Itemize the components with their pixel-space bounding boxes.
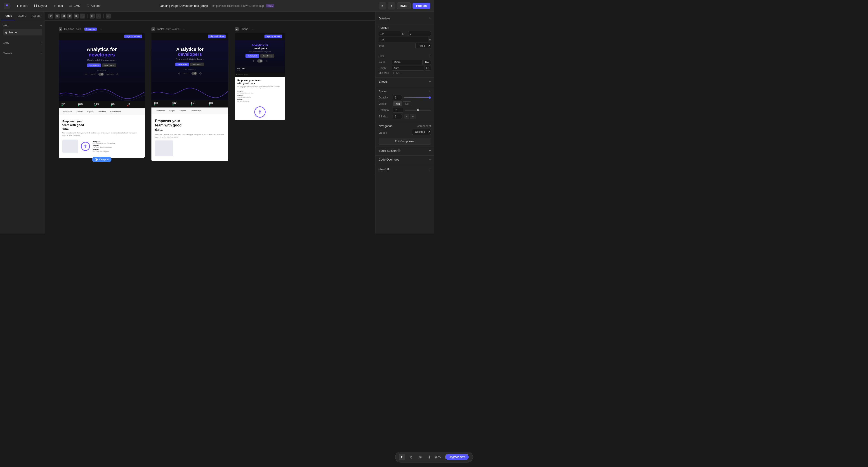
tablet-tab-graphs[interactable]: Graphs	[168, 109, 176, 112]
desktop-add-btn[interactable]: +	[100, 27, 102, 31]
align-center-h-btn[interactable]	[55, 13, 60, 19]
text-button[interactable]: Text	[51, 3, 65, 8]
height-val[interactable]: Auto	[392, 66, 424, 71]
scroll-section-add-btn[interactable]: +	[429, 148, 431, 153]
desktop-play-btn[interactable]: ▶	[59, 27, 62, 31]
width-unit[interactable]: Rel	[424, 60, 431, 65]
svg-rect-23	[70, 15, 70, 16]
phone-play-btn[interactable]: ▶	[235, 27, 239, 31]
app-logo[interactable]	[4, 3, 10, 9]
tablet-section-tabs: Dashboard Graphs Reports Collaboration	[151, 107, 228, 114]
phone-tab-dashboard[interactable]: Dashboard	[237, 74, 243, 75]
tab-layers[interactable]: Layers	[15, 12, 29, 20]
visible-no-btn[interactable]: No	[403, 101, 411, 106]
phone-signup-btn[interactable]: Sign up for free	[265, 35, 282, 38]
canvas-area: ▶ Desktop 1400 Breakpoint + Sign up for …	[45, 12, 375, 234]
zindex-val[interactable]: 1	[393, 114, 402, 119]
effects-add-btn[interactable]: +	[429, 79, 431, 84]
settings-button[interactable]	[379, 2, 386, 9]
phone-tab-row: Dashboard Graphs	[235, 73, 285, 77]
tablet-tab-reports[interactable]: Reports	[179, 109, 187, 112]
tab-assets[interactable]: Assets	[29, 12, 43, 20]
zindex-decrement-btn[interactable]: −	[404, 114, 409, 119]
cms-add-icon[interactable]: +	[40, 41, 42, 45]
tablet-bookdemo-btn[interactable]: Book Demo	[190, 63, 204, 66]
tab-pages[interactable]: Pages	[1, 12, 15, 20]
hero-section: Analytics for developers Easy to install…	[59, 40, 145, 83]
tablet-hero-accent: developers	[178, 52, 202, 57]
book-demo-btn[interactable]: Book Demo	[102, 63, 116, 67]
variant-select[interactable]: Desktop	[412, 129, 431, 135]
scroll-section-row: Scroll Section i +	[379, 148, 431, 153]
invite-button[interactable]: Invite	[397, 2, 411, 9]
signup-btn[interactable]: Sign up for free	[124, 35, 142, 38]
t-dot1	[154, 104, 155, 105]
phone-add-btn[interactable]: +	[252, 27, 254, 31]
tablet-stat4: 36K	[209, 102, 225, 106]
overlays-add-btn[interactable]: +	[429, 16, 431, 20]
distribute-v-btn[interactable]	[96, 13, 101, 19]
cms-button[interactable]: CMS	[67, 3, 82, 8]
distribute-h-btn[interactable]	[90, 13, 95, 19]
align-right-btn[interactable]	[61, 13, 66, 19]
phone-getstarted-btn[interactable]: Get started	[246, 54, 259, 58]
minmax-icon	[392, 72, 395, 74]
zindex-increment-btn[interactable]: +	[410, 114, 415, 119]
tablet-diagram-box	[155, 140, 173, 156]
insert-button[interactable]: Insert	[13, 3, 30, 8]
visible-yes-btn[interactable]: Yes	[393, 101, 402, 106]
tablet-tab-dashboard[interactable]: Dashboard	[155, 109, 166, 112]
height-unit[interactable]: Fit	[425, 66, 431, 71]
desktop-label: Desktop	[64, 28, 74, 31]
actions-button[interactable]: Actions	[84, 3, 103, 8]
minmax-controls: Add...	[392, 72, 431, 74]
rotation-bar[interactable]	[405, 110, 431, 111]
pos-y-box[interactable]: 718	[379, 37, 428, 42]
align-top-btn[interactable]	[67, 13, 72, 19]
phone-section-title: Empower your teamwith good data	[237, 79, 283, 85]
phone-tab-graphs[interactable]: Graphs	[244, 74, 248, 75]
canvas-add-icon[interactable]: +	[40, 51, 42, 55]
type-select[interactable]: Fixed	[415, 43, 431, 49]
align-left-btn[interactable]	[49, 13, 53, 19]
tablet-signup-btn[interactable]: Sign up for free	[208, 35, 225, 38]
align-middle-btn[interactable]	[74, 13, 79, 19]
width-val[interactable]: 100%	[392, 60, 423, 65]
tab-graphs[interactable]: Graphs	[76, 110, 84, 113]
styles-add-btn[interactable]: +	[429, 89, 431, 93]
tablet-tab-collaboration[interactable]: Collaboration	[190, 109, 202, 112]
edit-component-btn[interactable]: Edit Component	[379, 138, 431, 145]
free-badge: FREE	[266, 4, 274, 7]
pos-x-box[interactable]: X 0	[379, 31, 401, 36]
tab-realtime[interactable]: Real-time	[97, 110, 106, 113]
sidebar-item-home[interactable]: Home	[3, 29, 42, 35]
pos-y-val: 718	[380, 38, 384, 41]
viewport-badge[interactable]: Viewport	[92, 157, 112, 162]
more-align-btn[interactable]	[106, 13, 111, 19]
pos-x2-box[interactable]: 0	[408, 31, 431, 36]
phone-bookdemo-btn[interactable]: Book Demo	[260, 54, 274, 58]
code-overrides-add-btn[interactable]: +	[429, 157, 431, 162]
tablet-play-btn[interactable]: ▶	[151, 27, 155, 31]
phone-hero-sub: Easy to install. Unlimited power.	[238, 51, 282, 53]
tablet-add-btn[interactable]: +	[183, 27, 185, 31]
align-bottom-btn[interactable]	[80, 13, 85, 19]
position-label: Position	[379, 26, 389, 29]
tablet-getstarted-btn[interactable]: Get started	[176, 63, 189, 66]
size-add-btn[interactable]: +	[429, 54, 431, 58]
preview-button[interactable]	[388, 2, 395, 9]
get-started-btn[interactable]: Get started	[87, 63, 101, 67]
tab-dashboard[interactable]: Dashboard	[62, 110, 73, 113]
handoff-add-btn[interactable]: +	[429, 167, 431, 171]
web-add-icon[interactable]: +	[40, 24, 42, 28]
rotation-val[interactable]: 0°	[393, 108, 403, 113]
layout-button[interactable]: Layout	[32, 3, 49, 8]
tab-collaboration[interactable]: Collaboration	[110, 110, 122, 113]
opacity-bar[interactable]	[404, 97, 431, 98]
type-row: Type Fixed	[379, 43, 431, 49]
publish-button[interactable]: Publish	[412, 3, 430, 9]
tab-reports[interactable]: Reports	[86, 110, 94, 113]
align-middle-icon	[75, 15, 78, 18]
align-bottom-icon	[81, 15, 84, 18]
opacity-val[interactable]: 1	[393, 95, 402, 100]
